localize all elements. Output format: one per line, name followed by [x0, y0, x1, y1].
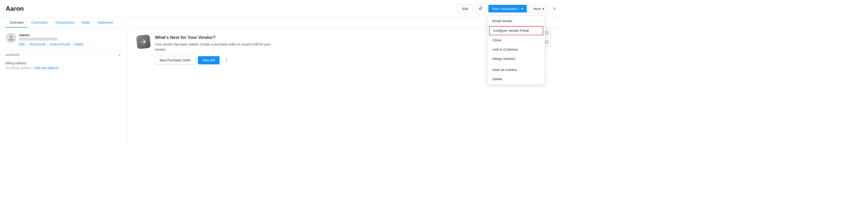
dropdown-configure-vendor-portal[interactable]: Configure Vendor Portal [489, 26, 543, 35]
address-section-title: ADDRESS [6, 54, 20, 57]
new-bill-button[interactable]: New Bill [198, 56, 220, 64]
button-divider [519, 7, 520, 10]
avatar [6, 33, 17, 43]
next-content: What's Next for Your Vendor? Your vendor… [155, 35, 275, 65]
whats-next-section: What's Next for Your Vendor? Your vendor… [137, 35, 275, 65]
tab-transactions[interactable]: Transactions [51, 17, 78, 27]
vendor-send-email-link[interactable]: Send Email [29, 42, 45, 46]
main-content: Aaron Edit | Send Email | Invite to Port… [0, 28, 564, 145]
tabs: Overview Comments Transactions Mails Sta… [0, 17, 564, 28]
dropdown-merge-vendors[interactable]: Merge Vendors [488, 54, 545, 63]
tab-overview[interactable]: Overview [6, 17, 28, 27]
billing-address-label: Billing Address [6, 61, 121, 65]
next-icon [136, 34, 151, 49]
tab-comments[interactable]: Comments [27, 17, 51, 27]
more-dropdown-menu: Email Vendor Configure Vendor Portal Clo… [488, 16, 545, 85]
next-description: Your vendor has been added. Create a pur… [155, 42, 275, 52]
address-section-content: Billing Address No Billing Address – Add… [6, 59, 121, 72]
dropdown-link-to-customer[interactable]: Link to Customer [488, 45, 545, 54]
vendor-edit-link[interactable]: Edit [19, 42, 25, 46]
dropdown-divider [488, 64, 545, 65]
add-address-link[interactable]: Add new address [34, 66, 58, 70]
new-transaction-button[interactable]: New Transaction ▾ [488, 5, 527, 13]
chevron-down-icon: ▾ [542, 7, 544, 10]
new-purchase-order-button[interactable]: New Purchase Order [155, 56, 196, 64]
close-button[interactable]: ✕ [551, 5, 558, 13]
header-actions: Edit New Transaction ▾ More ▾ ✕ [457, 4, 559, 13]
attach-button[interactable] [475, 4, 486, 13]
dropdown-email-vendor[interactable]: Email Vendor [488, 17, 545, 26]
address-section-header: ADDRESS ∨ [6, 50, 121, 59]
chevron-down-icon: ▾ [521, 7, 523, 10]
dropdown-delete[interactable]: Delete [488, 75, 545, 84]
header: Aaron Edit New Transaction ▾ More ▾ ✕ [0, 0, 564, 17]
vendor-email-blurred [19, 38, 58, 41]
vendor-details: Aaron Edit | Send Email | Invite to Port… [19, 33, 121, 46]
more-button[interactable]: More ▾ [529, 4, 548, 13]
action-buttons: New Purchase Order New Bill ⋮ [155, 56, 275, 64]
vendor-info: Aaron Edit | Send Email | Invite to Port… [6, 33, 121, 46]
tab-mails[interactable]: Mails [78, 17, 94, 27]
vendor-delete-link[interactable]: Delete [75, 42, 83, 46]
dropdown-clone[interactable]: Clone [488, 36, 545, 45]
chevron-down-icon[interactable]: ∨ [118, 52, 121, 57]
edit-button[interactable]: Edit [457, 4, 473, 13]
left-panel: Aaron Edit | Send Email | Invite to Port… [0, 28, 127, 145]
tab-statement[interactable]: Statement [94, 17, 117, 27]
vendor-action-links: Edit | Send Email | Invite to Portal | D… [19, 42, 121, 46]
dropdown-mark-inactive[interactable]: Mark as Inactive [488, 65, 545, 75]
page-title: Aaron [6, 5, 24, 12]
next-heading: What's Next for Your Vendor? [155, 35, 275, 40]
vendor-invite-link[interactable]: Invite to Portal [50, 42, 70, 46]
more-actions-button[interactable]: ⋮ [222, 56, 230, 64]
billing-address-value: No Billing Address – Add new address [6, 66, 121, 70]
vendor-name: Aaron [19, 33, 121, 37]
